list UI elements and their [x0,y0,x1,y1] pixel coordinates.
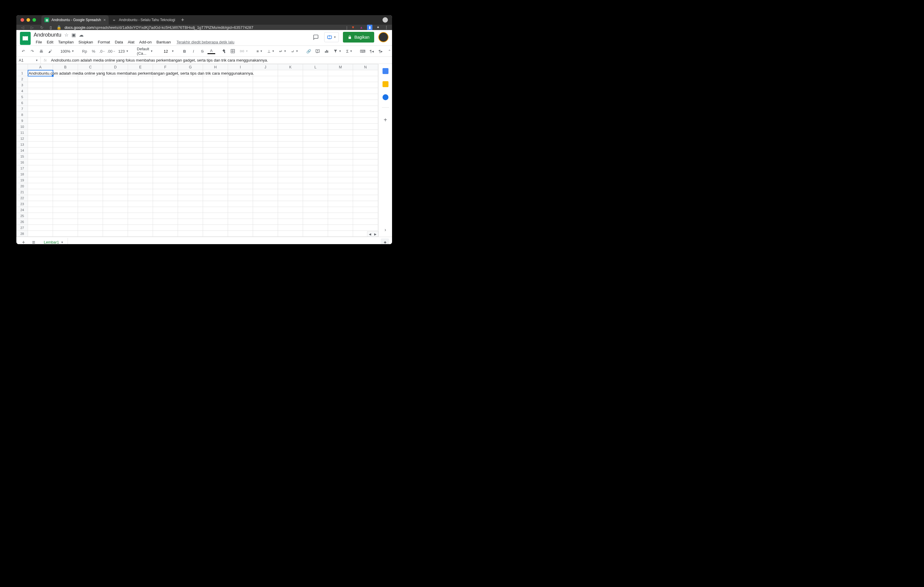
cell-F1[interactable] [153,70,178,76]
cell-E26[interactable] [128,219,153,225]
cell-I4[interactable] [228,88,253,94]
cell-D27[interactable] [103,225,128,231]
cell-D21[interactable] [103,189,128,195]
cell-H21[interactable] [203,189,228,195]
row-header-16[interactable]: 16 [16,159,28,165]
col-header-M[interactable]: M [328,64,353,70]
cell-B17[interactable] [53,165,78,171]
cell-M20[interactable] [328,183,353,189]
cell-D17[interactable] [103,165,128,171]
cell-G5[interactable] [178,94,203,100]
cell-N5[interactable] [353,94,378,100]
cell-L17[interactable] [303,165,328,171]
paint-format-button[interactable]: 🖌 [46,47,54,55]
cell-K24[interactable] [278,207,303,213]
col-header-B[interactable]: B [53,64,78,70]
cell-J13[interactable] [253,141,278,148]
cell-J7[interactable] [253,106,278,112]
cell-K11[interactable] [278,130,303,136]
cell-B14[interactable] [53,148,78,153]
col-header-J[interactable]: J [253,64,278,70]
text-color-button[interactable]: A [208,48,215,54]
cell-N12[interactable] [353,136,378,141]
cell-N17[interactable] [353,165,378,171]
currency-button[interactable]: Rp [81,47,88,55]
cell-M22[interactable] [328,195,353,201]
menu-data[interactable]: Data [113,39,125,46]
menu-tools[interactable]: Alat [125,39,136,46]
row-header-21[interactable]: 21 [16,189,28,195]
cell-C17[interactable] [78,165,103,171]
cell-C19[interactable] [78,177,103,183]
new-tab-button[interactable]: + [178,17,187,23]
cell-E23[interactable] [128,201,153,207]
cell-K15[interactable] [278,153,303,159]
cell-F25[interactable] [153,213,178,219]
cell-J23[interactable] [253,201,278,207]
cell-K25[interactable] [278,213,303,219]
cell-F2[interactable] [153,76,178,82]
cell-G13[interactable] [178,141,203,148]
keep-icon[interactable] [383,81,388,87]
collapse-toolbar-button[interactable]: ⌃ [386,47,392,55]
cell-K14[interactable] [278,148,303,153]
cell-D3[interactable] [103,82,128,88]
cell-D11[interactable] [103,130,128,136]
cell-D25[interactable] [103,213,128,219]
cell-I17[interactable] [228,165,253,171]
cell-F19[interactable] [153,177,178,183]
row-header-14[interactable]: 14 [16,148,28,153]
row-header-24[interactable]: 24 [16,207,28,213]
cell-K20[interactable] [278,183,303,189]
cell-G26[interactable] [178,219,203,225]
cell-N22[interactable] [353,195,378,201]
cell-N16[interactable] [353,159,378,165]
cell-L14[interactable] [303,148,328,153]
formula-input[interactable]: Androbuntu.com adalah media online yang … [50,58,392,62]
cell-D13[interactable] [103,141,128,148]
cell-E12[interactable] [128,136,153,141]
cell-B25[interactable] [53,213,78,219]
cell-D4[interactable] [103,88,128,94]
cell-B21[interactable] [53,189,78,195]
cell-B11[interactable] [53,130,78,136]
cell-F4[interactable] [153,88,178,94]
cell-E22[interactable] [128,195,153,201]
insert-comment-button[interactable] [314,47,322,55]
cell-C13[interactable] [78,141,103,148]
cell-E16[interactable] [128,159,153,165]
cell-L15[interactable] [303,153,328,159]
cell-E11[interactable] [128,130,153,136]
cell-H7[interactable] [203,106,228,112]
cell-B23[interactable] [53,201,78,207]
cell-K22[interactable] [278,195,303,201]
cell-K23[interactable] [278,201,303,207]
cell-J25[interactable] [253,213,278,219]
cell-I21[interactable] [228,189,253,195]
cell-G17[interactable] [178,165,203,171]
cell-C22[interactable] [78,195,103,201]
row-header-2[interactable]: 2 [16,76,28,82]
cell-N11[interactable] [353,130,378,136]
cell-J3[interactable] [253,82,278,88]
user-avatar[interactable] [378,32,388,42]
cell-C27[interactable] [78,225,103,231]
cell-E27[interactable] [128,225,153,231]
print-button[interactable]: 🖶 [37,47,45,55]
cell-N1[interactable] [353,70,378,76]
cell-M8[interactable] [328,112,353,118]
cell-L8[interactable] [303,112,328,118]
cell-C26[interactable] [78,219,103,225]
row-header-10[interactable]: 10 [16,124,28,130]
insert-link-button[interactable]: 🔗 [305,47,313,55]
cell-F26[interactable] [153,219,178,225]
cell-E14[interactable] [128,148,153,153]
cell-I2[interactable] [228,76,253,82]
cell-M15[interactable] [328,153,353,159]
cell-E21[interactable] [128,189,153,195]
cell-D28[interactable] [103,231,128,237]
cell-M16[interactable] [328,159,353,165]
cell-G27[interactable] [178,225,203,231]
cell-A2[interactable] [28,76,53,82]
cell-J10[interactable] [253,124,278,130]
